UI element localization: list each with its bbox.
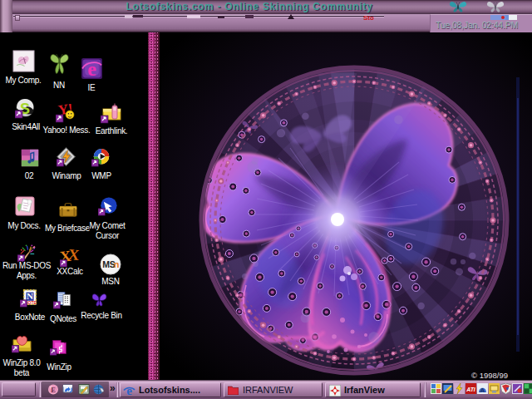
svg-text:ATi: ATi bbox=[466, 387, 476, 392]
svg-text:© 1998/99: © 1998/99 bbox=[471, 371, 508, 380]
svg-text:e: e bbox=[126, 384, 132, 397]
svg-text:A: A bbox=[480, 387, 485, 394]
svg-text:X: X bbox=[67, 248, 80, 264]
svg-text:Sto: Sto bbox=[363, 14, 374, 21]
svg-text:e: e bbox=[87, 58, 96, 80]
svg-text:n: n bbox=[114, 259, 120, 269]
svg-text:E: E bbox=[51, 386, 56, 394]
